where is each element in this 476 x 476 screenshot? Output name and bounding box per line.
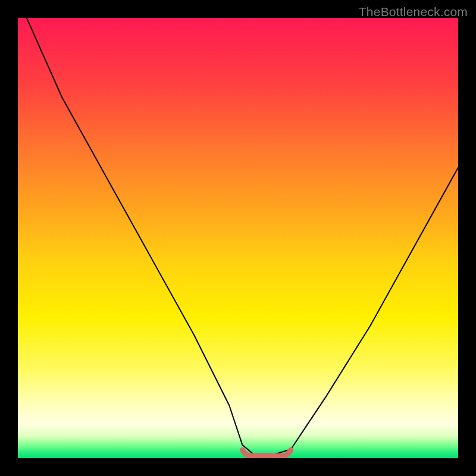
gradient-background <box>18 18 458 458</box>
watermark-text: TheBottleneck.com <box>359 5 468 19</box>
chart-frame: TheBottleneck.com <box>0 0 476 476</box>
